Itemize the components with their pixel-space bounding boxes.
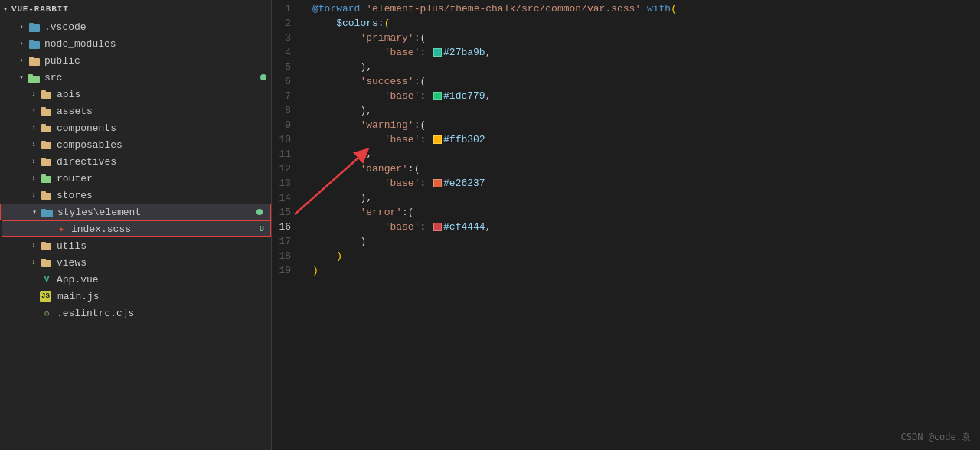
sidebar-item-router[interactable]: › router	[0, 170, 271, 187]
svg-rect-3	[29, 40, 34, 42]
code-line-15: 'error':(	[312, 205, 980, 220]
code-line-8: ),	[312, 103, 980, 118]
sidebar-item-public[interactable]: › public	[0, 52, 271, 69]
svg-rect-17	[41, 158, 46, 160]
code-line-2: $colors:(	[312, 16, 980, 31]
code-line-19: )	[312, 263, 980, 278]
public-label: public	[44, 55, 271, 67]
code-line-6: 'success':(	[312, 74, 980, 89]
folder-icon-vscode	[28, 20, 41, 34]
svg-rect-9	[41, 90, 46, 93]
code-content: @forward 'element-plus/theme-chalk/src/c…	[306, 0, 980, 450]
code-line-10: 'base': #ffb302	[312, 132, 980, 147]
code-line-18: )	[312, 249, 980, 263]
sidebar-item-views[interactable]: › views	[0, 254, 271, 271]
ln-17: 17	[272, 234, 297, 249]
node-modules-label: node_modules	[44, 38, 271, 50]
ln-7: 7	[272, 89, 297, 103]
folder-icon-views	[40, 256, 54, 269]
svg-rect-27	[41, 259, 46, 261]
ln-2: 2	[272, 16, 297, 31]
code-line-16: 'base': #cf4444,	[312, 220, 980, 234]
svg-rect-4	[29, 58, 40, 66]
sidebar-item-index-scss[interactable]: › ✦ index.scss U	[2, 220, 271, 237]
code-line-3: 'primary':(	[312, 31, 980, 45]
src-badge	[260, 74, 266, 80]
sidebar-item-app-vue[interactable]: › V App.vue	[0, 271, 271, 288]
styles-element-label: styles\element	[57, 207, 256, 218]
router-label: router	[57, 173, 271, 184]
sidebar-item-directives[interactable]: › directives	[0, 153, 271, 170]
sidebar-item-utils[interactable]: › utils	[0, 237, 271, 254]
ln-10: 10	[272, 132, 297, 147]
folder-icon-directives	[40, 155, 54, 168]
root-title: ▾ VUE-RABBIT	[0, 0, 271, 18]
styles-element-badge	[256, 209, 263, 215]
root-arrow: ▾	[3, 5, 8, 14]
code-editor: 1 2 3 4 5 6 7 8 9 10 11 12 13 14 15 16 1…	[272, 0, 980, 450]
svg-rect-15	[41, 141, 46, 143]
main-js-label: main.js	[57, 291, 271, 302]
utils-label: utils	[57, 240, 271, 252]
sidebar-item-vscode[interactable]: › .vscode	[0, 18, 271, 35]
svg-rect-12	[41, 126, 51, 132]
svg-rect-6	[28, 76, 40, 83]
color-swatch-error	[433, 223, 442, 231]
eslintrc-label: .eslintrc.cjs	[57, 308, 271, 319]
sidebar-item-stores[interactable]: › stores	[0, 187, 271, 204]
sidebar-item-composables[interactable]: › composables	[0, 136, 271, 153]
vscode-label: .vscode	[44, 21, 271, 33]
file-icon-eslintrc: ⚙	[40, 306, 54, 320]
code-line-7: 'base': #1dc779,	[312, 89, 980, 103]
sidebar-item-eslintrc[interactable]: › ⚙ .eslintrc.cjs	[0, 305, 271, 321]
folder-icon-apis	[40, 87, 54, 101]
line-numbers: 1 2 3 4 5 6 7 8 9 10 11 12 13 14 15 16 1…	[272, 0, 306, 450]
index-scss-badge: U	[259, 224, 264, 233]
src-label: src	[44, 72, 260, 83]
svg-rect-5	[29, 57, 34, 59]
file-explorer: ▾ VUE-RABBIT › .vscode › node_modules › …	[0, 0, 272, 450]
svg-rect-0	[29, 24, 40, 32]
sidebar-item-apis[interactable]: › apis	[0, 86, 271, 103]
ln-15: 15	[272, 205, 297, 220]
svg-rect-22	[41, 210, 53, 217]
ln-18: 18	[272, 249, 297, 263]
color-swatch-success	[433, 92, 442, 100]
svg-rect-13	[41, 124, 46, 126]
code-line-17: )	[312, 234, 980, 249]
svg-rect-8	[41, 92, 51, 99]
ln-1: 1	[272, 2, 297, 16]
code-line-11: ),	[312, 147, 980, 161]
file-icon-index-scss: ✦	[54, 222, 68, 236]
views-label: views	[57, 257, 271, 269]
sidebar-item-src[interactable]: ▾ src	[0, 69, 271, 86]
svg-rect-26	[41, 260, 51, 267]
ln-19: 19	[272, 263, 297, 278]
ln-6: 6	[272, 74, 297, 89]
directives-label: directives	[57, 156, 271, 168]
sidebar-item-main-js[interactable]: › JS main.js	[0, 288, 271, 305]
svg-rect-25	[41, 242, 46, 244]
ln-5: 5	[272, 60, 297, 74]
sidebar-item-components[interactable]: › components	[0, 119, 271, 136]
code-line-12: 'danger':(	[312, 161, 980, 176]
code-line-13: 'base': #e26237	[312, 176, 980, 191]
folder-icon-stores	[40, 188, 54, 202]
folder-icon-assets	[40, 104, 54, 118]
sidebar-item-node-modules[interactable]: › node_modules	[0, 35, 271, 52]
index-scss-label: index.scss	[71, 223, 259, 235]
sidebar-item-styles-element[interactable]: ▾ styles\element	[0, 204, 271, 220]
assets-label: assets	[57, 106, 271, 117]
ln-14: 14	[272, 191, 297, 205]
color-swatch-warning	[433, 135, 442, 144]
file-icon-app-vue: V	[40, 272, 54, 286]
svg-rect-7	[28, 74, 33, 77]
folder-icon-node-modules	[28, 37, 41, 51]
apis-label: apis	[57, 89, 271, 100]
folder-icon-composables	[40, 138, 54, 152]
app-vue-label: App.vue	[57, 274, 271, 285]
folder-icon-src	[28, 70, 41, 84]
ln-16: 16	[272, 220, 297, 234]
svg-rect-1	[29, 23, 34, 25]
sidebar-item-assets[interactable]: › assets	[0, 103, 271, 119]
